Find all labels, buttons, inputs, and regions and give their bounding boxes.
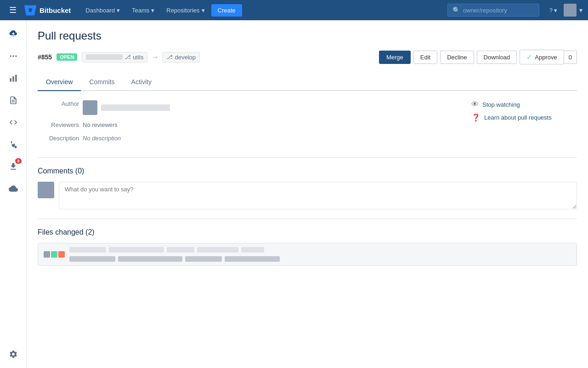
source-icon [9,118,18,127]
branch-icon [9,140,18,149]
file-path-line-chunk-4 [225,256,280,262]
file-path-chunk-3 [167,247,194,253]
question-circle-icon: ❓ [471,113,481,122]
more-icon [9,52,18,61]
diff-preview [44,251,65,258]
author-row: Author [38,100,462,115]
file-path-line-1 [69,247,571,253]
sidebar-item-document[interactable] [3,90,23,110]
reviewers-value: No reviewers [83,121,118,128]
approve-button[interactable]: ✓ Approve [520,50,564,64]
edit-button[interactable]: Edit [413,51,437,64]
settings-icon [9,350,18,359]
hamburger-button[interactable]: ☰ [6,1,20,19]
sidebar-item-cloud-sync[interactable] [3,24,23,44]
sidebar-item-cloud[interactable] [3,178,23,199]
tab-commits[interactable]: Commits [81,74,123,91]
sidebar-item-settings[interactable] [3,344,23,364]
diff-square-red [58,251,65,258]
pr-meta: Author Reviewers No reviewers Descriptio… [38,100,462,148]
comment-input[interactable] [59,182,577,209]
file-path-line-2 [69,254,571,262]
search-icon: 🔍 [452,6,460,14]
create-button[interactable]: Create [211,4,242,17]
file-path-line-chunk-1 [69,256,115,262]
divider-2 [38,218,577,219]
file-diff-header [38,243,577,265]
decline-button[interactable]: Decline [440,51,474,64]
sidebar-item-source[interactable] [3,112,23,132]
pr-details: Author Reviewers No reviewers Descriptio… [38,100,577,148]
avatar-dropdown-arrow[interactable]: ▾ [579,6,582,14]
logo[interactable]: Bitbucket [24,4,71,17]
sidebar-item-downloads[interactable]: 8 [3,156,23,177]
pr-target-branch: ⎇ develop [162,52,200,63]
file-path-chunk-2 [109,247,164,253]
svg-rect-4 [12,76,14,82]
sidebar-item-branch[interactable] [3,134,23,155]
eye-icon: 👁 [471,100,479,109]
branch-target-icon: ⎇ [166,54,173,60]
file-diff-1 [38,243,577,266]
comments-title: Comments (0) [38,167,577,175]
cloud-icon [9,184,18,193]
tab-activity[interactable]: Activity [123,74,160,91]
pr-branch-section: ⎇ utils → ⎇ develop [82,52,200,63]
nav-dashboard[interactable]: Dashboard ▾ [80,4,125,17]
logo-text: Bitbucket [40,6,71,14]
svg-point-1 [12,55,14,57]
no-description-text: No description [83,135,121,142]
source-branch-label: utils [133,54,143,61]
files-changed-section: Files changed (2) [38,228,577,266]
comment-area [38,182,577,209]
author-label: Author [38,100,79,107]
file-path-chunk-1 [69,247,106,253]
reviewers-label: Reviewers [38,121,79,128]
svg-rect-5 [15,75,17,82]
cloud-sync-icon [9,29,18,39]
stop-watching-label: Stop watching [482,101,520,108]
pr-actions: Merge Edit Decline Download ✓ Approve 0 [379,50,577,64]
tab-overview[interactable]: Overview [38,74,81,91]
approve-check-icon: ✓ [526,53,532,61]
download-button[interactable]: Download [477,51,517,64]
sidebar-item-stats[interactable] [3,68,23,88]
svg-rect-3 [10,78,11,82]
sidebar-item-more[interactable] [3,46,23,66]
stats-icon [9,74,18,83]
topnav: ☰ Bitbucket Dashboard ▾ Teams ▾ Reposito… [0,0,588,20]
description-value: No description [83,135,121,142]
pr-status-badge: OPEN [57,53,77,61]
nav-teams[interactable]: Teams ▾ [126,4,160,17]
learn-pull-requests-link[interactable]: ❓ Learn about pull requests [471,113,577,122]
divider-1 [38,157,577,158]
search-box[interactable]: 🔍 [447,4,539,17]
main-layout: 8 Pull requests #855 OPEN ⎇ [0,20,588,368]
page-title: Pull requests [38,29,577,42]
help-button[interactable]: ? ▾ [546,5,561,16]
svg-point-0 [10,55,11,57]
pr-source-branch: ⎇ utils [82,52,147,63]
file-path-line-chunk-3 [185,256,222,262]
sidebar: 8 [0,20,27,368]
diff-square-green [51,251,57,258]
nav-repositories[interactable]: Repositories ▾ [161,4,210,17]
search-input[interactable] [463,7,534,14]
file-path-chunk-5 [241,247,264,253]
reviewers-row: Reviewers No reviewers [38,121,462,128]
description-label: Description [38,135,79,142]
top-navigation: Dashboard ▾ Teams ▾ Repositories ▾ Creat… [80,4,445,17]
pr-number: #855 [38,53,52,61]
author-value [83,100,170,115]
file-path-chunk-4 [197,247,238,253]
document-icon [9,96,18,105]
stop-watching-link[interactable]: 👁 Stop watching [471,100,577,109]
bitbucket-logo-icon [24,4,37,17]
user-avatar[interactable] [564,4,577,17]
approve-count: 0 [564,51,577,64]
pr-header: #855 OPEN ⎇ utils → ⎇ develop Merge Edit… [38,50,577,64]
main-content: Pull requests #855 OPEN ⎇ utils → ⎇ deve… [27,20,588,368]
downloads-badge: 8 [15,158,21,164]
merge-button[interactable]: Merge [379,51,411,64]
approve-label: Approve [535,54,557,61]
